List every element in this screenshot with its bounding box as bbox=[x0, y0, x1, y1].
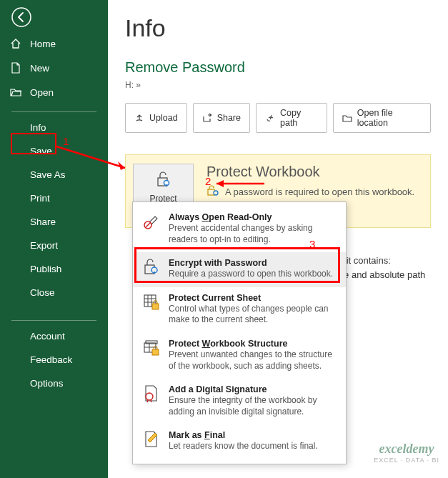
background-text-fragment: hat it contains: ame and absolute path bbox=[331, 254, 445, 282]
document-path: H: » bbox=[125, 80, 431, 90]
sidebar-item-feedback[interactable]: Feedback bbox=[0, 348, 108, 372]
dd-title: Protect Current Sheet bbox=[169, 293, 337, 303]
sidebar-item-label: Account bbox=[30, 331, 65, 342]
sidebar-item-label: Close bbox=[30, 287, 55, 298]
backstage-sidebar: Home New Open Info Save Save As Print Sh… bbox=[0, 0, 108, 478]
sidebar-item-print[interactable]: Print bbox=[0, 186, 108, 210]
sidebar-item-options[interactable]: Options bbox=[0, 372, 108, 395]
separator bbox=[11, 320, 96, 321]
button-label: Share bbox=[217, 113, 241, 123]
sidebar-item-open[interactable]: Open bbox=[0, 80, 108, 104]
button-label: Copy path bbox=[280, 108, 318, 128]
document-name: Remove Password bbox=[125, 59, 431, 76]
pencil-prohibit-icon bbox=[141, 212, 161, 232]
sidebar-item-home[interactable]: Home bbox=[0, 31, 108, 56]
dd-always-read-only[interactable]: Always Open Read-OnlyPrevent accidental … bbox=[133, 206, 346, 252]
dd-protect-structure[interactable]: Protect Workbook StructurePrevent unwant… bbox=[133, 333, 346, 379]
dd-mark-final[interactable]: Mark as FinalLet readers know the docume… bbox=[133, 424, 346, 459]
final-icon bbox=[141, 430, 161, 450]
sidebar-item-label: Open bbox=[30, 87, 54, 98]
sidebar-item-publish[interactable]: Publish bbox=[0, 257, 108, 281]
home-icon bbox=[10, 38, 21, 49]
back-button[interactable] bbox=[7, 3, 36, 31]
sidebar-item-new[interactable]: New bbox=[0, 56, 108, 80]
open-icon bbox=[10, 86, 21, 98]
open-location-button[interactable]: Open file location bbox=[333, 103, 431, 133]
info-button-row: Upload Share Copy path Open file locatio… bbox=[125, 103, 431, 133]
sidebar-item-export[interactable]: Export bbox=[0, 234, 108, 257]
svg-point-4 bbox=[214, 191, 218, 195]
protect-message: A password is required to open this work… bbox=[225, 186, 414, 197]
lock-key-icon bbox=[154, 170, 173, 191]
sidebar-item-label: Print bbox=[30, 193, 50, 204]
dd-desc: Require a password to open this workbook… bbox=[169, 269, 337, 280]
dd-desc: Prevent accidental changes by asking rea… bbox=[169, 223, 337, 245]
svg-point-20 bbox=[146, 393, 153, 400]
sidebar-item-label: Feedback bbox=[30, 354, 72, 365]
folder-icon bbox=[342, 113, 352, 123]
lock-user-icon bbox=[206, 184, 219, 199]
sidebar-item-save[interactable]: Save bbox=[0, 139, 108, 163]
share-icon bbox=[202, 113, 212, 123]
signature-icon bbox=[141, 384, 161, 404]
protect-workbook-info: Protect Workbook A password is required … bbox=[206, 164, 414, 199]
sidebar-item-label: Save bbox=[30, 146, 52, 156]
sidebar-item-share[interactable]: Share bbox=[0, 210, 108, 234]
svg-point-0 bbox=[12, 8, 31, 26]
protect-workbook-dropdown: Always Open Read-OnlyPrevent accidental … bbox=[132, 201, 347, 464]
sidebar-item-account[interactable]: Account bbox=[0, 324, 108, 348]
svg-rect-19 bbox=[152, 349, 159, 355]
sidebar-item-label: Share bbox=[30, 216, 56, 227]
sheet-lock-icon bbox=[141, 293, 161, 313]
dd-title: Protect Workbook Structure bbox=[169, 339, 337, 349]
dd-desc: Control what types of changes people can… bbox=[169, 304, 337, 326]
sidebar-item-label: Home bbox=[30, 39, 56, 49]
upload-icon bbox=[134, 113, 144, 123]
sidebar-item-save-as[interactable]: Save As bbox=[0, 163, 108, 186]
copy-path-button[interactable]: Copy path bbox=[256, 103, 327, 133]
dd-encrypt-password[interactable]: Encrypt with PasswordRequire a password … bbox=[133, 252, 346, 287]
new-icon bbox=[10, 62, 21, 74]
copy-icon bbox=[265, 113, 275, 123]
dd-title: Mark as Final bbox=[169, 430, 337, 440]
sidebar-item-close[interactable]: Close bbox=[0, 281, 108, 304]
sidebar-item-label: Save As bbox=[30, 169, 66, 180]
button-label: Open file location bbox=[357, 108, 422, 128]
button-label: Upload bbox=[149, 113, 178, 123]
dd-title: Always Open Read-Only bbox=[169, 212, 337, 222]
dd-digital-signature[interactable]: Add a Digital SignatureEnsure the integr… bbox=[133, 379, 346, 424]
dd-title: Add a Digital Signature bbox=[169, 384, 337, 394]
sidebar-item-label: Info bbox=[30, 122, 46, 133]
dd-title: Encrypt with Password bbox=[169, 258, 337, 268]
separator bbox=[11, 111, 96, 112]
sidebar-item-info[interactable]: Info bbox=[0, 116, 108, 139]
page-title: Info bbox=[125, 14, 431, 42]
dd-desc: Ensure the integrity of the workbook by … bbox=[169, 395, 337, 417]
dd-desc: Let readers know the document is final. bbox=[169, 441, 337, 452]
share-button[interactable]: Share bbox=[193, 103, 250, 133]
sidebar-item-label: Publish bbox=[30, 264, 61, 274]
workbook-lock-icon bbox=[141, 339, 161, 359]
dd-protect-sheet[interactable]: Protect Current SheetControl what types … bbox=[133, 287, 346, 333]
sidebar-item-label: New bbox=[30, 63, 49, 74]
sidebar-item-label: Options bbox=[30, 378, 64, 389]
sidebar-item-label: Export bbox=[30, 240, 58, 251]
section-heading: Protect Workbook bbox=[206, 164, 414, 180]
dd-desc: Prevent unwanted changes to the structur… bbox=[169, 349, 337, 372]
lock-key-icon bbox=[141, 258, 161, 278]
svg-rect-14 bbox=[152, 304, 159, 309]
upload-button[interactable]: Upload bbox=[125, 103, 187, 133]
